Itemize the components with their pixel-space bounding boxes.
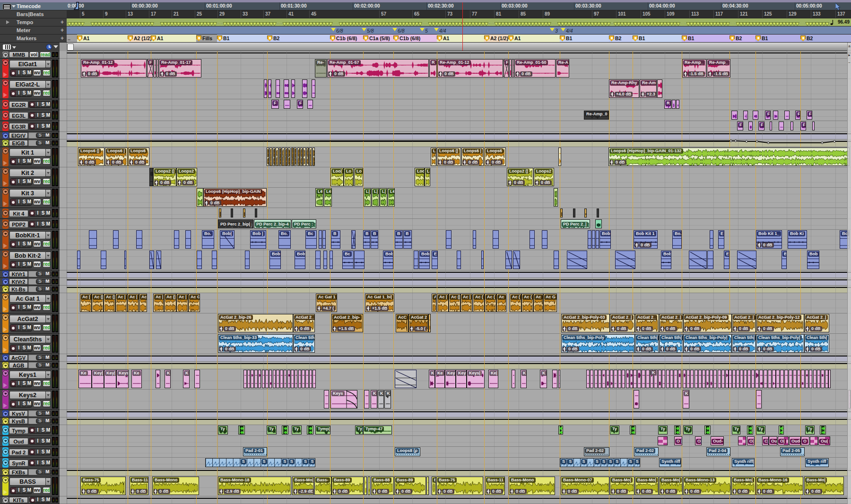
clip[interactable] [481, 251, 484, 269]
clip[interactable]: AcGat 2_|0 dB [804, 314, 829, 332]
clip[interactable] [156, 59, 158, 78]
clip[interactable]: Ty [218, 426, 228, 434]
markers-add-button[interactable]: + [61, 35, 64, 42]
track-playlist-arrow[interactable] [3, 72, 7, 77]
lane-agb[interactable] [60, 362, 851, 369]
solo-button[interactable]: S [41, 221, 46, 227]
clip[interactable]: Bass-Mo|-2.9 dE [292, 477, 314, 495]
clip[interactable] [542, 230, 547, 249]
clip-gain[interactable]: 0 dB [611, 326, 628, 331]
clip[interactable] [558, 426, 563, 434]
mute-button[interactable]: M [27, 70, 32, 76]
clip[interactable] [820, 426, 826, 434]
clip[interactable] [615, 251, 635, 269]
automation-mode-button[interactable]: red [43, 304, 51, 311]
clip[interactable] [672, 100, 676, 109]
solo-button[interactable]: S [36, 470, 44, 474]
mute-button[interactable]: M [44, 470, 51, 474]
track-collapse-button[interactable] [2, 251, 9, 257]
clip[interactable]: F [737, 122, 743, 130]
clip-gain[interactable]: 0 dB [204, 200, 221, 206]
track-collapse-button[interactable] [2, 477, 9, 483]
clip[interactable] [136, 230, 142, 249]
meter-event-flag[interactable] [362, 28, 366, 31]
lane-synr[interactable]: SSSSSSSSSSSSSSSSynth riffSynth riff|Synt… [60, 458, 851, 469]
clip[interactable]: Re-Amp_01-120 dB [437, 59, 503, 78]
clip[interactable]: Ou| [818, 436, 830, 445]
track-collapse-button[interactable] [2, 101, 9, 107]
clip[interactable]: Bass-890 dB [331, 477, 364, 495]
clip[interactable]: K [371, 390, 377, 408]
mute-button[interactable]: M [27, 304, 32, 311]
track-playlist-arrow[interactable] [3, 161, 7, 165]
clip[interactable]: Loops6 (|0 dB [437, 148, 461, 166]
clip[interactable] [828, 370, 831, 388]
input-monitor-button[interactable]: I [35, 123, 41, 129]
clip[interactable]: Bass-890 dB [394, 477, 426, 495]
clip[interactable] [552, 370, 557, 388]
clip[interactable] [282, 426, 288, 434]
solo-button[interactable]: S [36, 287, 44, 291]
clip[interactable] [219, 209, 221, 217]
playhead-line[interactable] [462, 2, 463, 51]
clip[interactable]: Ac [139, 294, 147, 312]
mute-button[interactable]: M [46, 123, 51, 129]
clip[interactable]: K [650, 370, 681, 388]
clip[interactable]: AcGat 2_|0 dB [659, 314, 683, 332]
clip[interactable]: PD Perc 2_bip| [218, 219, 253, 228]
clip[interactable]: E| [432, 477, 436, 495]
clip[interactable]: B [331, 230, 340, 249]
input-monitor-button[interactable]: I [17, 241, 22, 247]
clip-gain[interactable]: 0 dB [684, 489, 701, 494]
clip[interactable] [322, 230, 326, 249]
clip[interactable]: Key| [456, 370, 467, 388]
track-name[interactable]: Clean5ths [9, 335, 46, 343]
input-monitor-button[interactable]: I [17, 325, 22, 331]
clip[interactable]: Re- [315, 59, 327, 78]
clip[interactable]: Lo [344, 168, 354, 186]
record-enable-button[interactable] [10, 345, 17, 351]
solo-button[interactable]: S [41, 497, 46, 503]
clip[interactable] [77, 251, 80, 269]
clip[interactable] [354, 251, 365, 269]
lane-bobkit-1[interactable]: Bo.Bob|Bob |Bo.BcBBBBBBobBob Kit 10 dBBo… [60, 230, 851, 250]
clip[interactable] [683, 370, 729, 388]
solo-button[interactable]: S [22, 199, 27, 205]
clip[interactable]: Bob [807, 251, 819, 269]
ruler-bars[interactable]: 5913172125293337414557657377818589971011… [67, 10, 851, 18]
track-name-dropdown[interactable] [46, 169, 51, 177]
clip-gain[interactable]: 0 dB [684, 347, 701, 352]
edge-glyph[interactable]: ▸ [848, 53, 851, 57]
clip-gain[interactable]: +4.7 ( [317, 306, 335, 311]
clip[interactable] [156, 370, 160, 388]
clip[interactable]: Bob [661, 251, 671, 269]
mute-button[interactable]: M [46, 221, 51, 227]
track-collapse-button[interactable] [2, 80, 9, 86]
waveform-view-button[interactable]: wv [33, 178, 41, 185]
track-collapse-button[interactable] [2, 355, 9, 361]
clip[interactable] [797, 370, 828, 388]
clip[interactable]: F [297, 100, 303, 109]
clip[interactable]: K [540, 370, 547, 388]
record-enable-button[interactable] [10, 401, 17, 407]
lane-elgb[interactable] [60, 139, 851, 147]
clip-gain[interactable]: 0 dB [805, 326, 822, 331]
clip[interactable]: Keys| [467, 370, 485, 388]
solo-button[interactable]: S [36, 419, 44, 423]
clip-gain[interactable]: -5.0 ( [409, 326, 427, 331]
input-monitor-button[interactable]: I [17, 381, 22, 387]
lane-acgat2[interactable]: AcGat 2_bip-260 dBAcGat 2_0 dBAcGat 2_bi… [60, 313, 851, 334]
clip[interactable]: Loo| [330, 168, 344, 186]
horizontal-scroll-thumb[interactable] [67, 43, 74, 51]
clip-gain[interactable]: 0 dB [438, 71, 455, 77]
track-name[interactable]: Keys1 [9, 371, 46, 379]
meter-event-flag[interactable] [550, 28, 555, 31]
clip-gain[interactable]: -2.9 dB [219, 489, 241, 494]
solo-button[interactable]: S [41, 113, 46, 118]
waveform-view-button[interactable]: wv [33, 324, 41, 331]
clip[interactable]: Ac [533, 294, 543, 312]
clip[interactable]: Loops6 (HipHop)_bip-GAIN0 dB [203, 188, 267, 207]
clip[interactable] [243, 209, 245, 217]
clip[interactable]: Ac Gat 1_bi|+1.5 dB [365, 294, 394, 312]
waveform-view-button[interactable]: wv [33, 304, 41, 311]
